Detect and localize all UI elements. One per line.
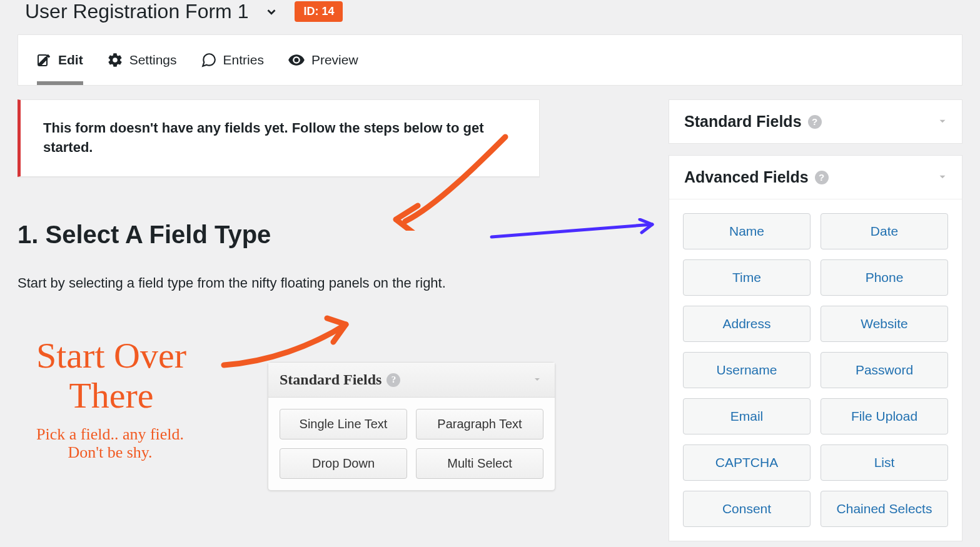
field-button-captcha[interactable]: CAPTCHA [683, 444, 811, 481]
caret-down-icon [937, 168, 948, 186]
tab-preview[interactable]: Preview [288, 51, 358, 69]
tab-entries[interactable]: Entries [201, 52, 264, 68]
tab-settings[interactable]: Settings [107, 52, 177, 68]
sample-field-button[interactable]: Single Line Text [280, 409, 407, 439]
empty-form-alert: This form doesn't have any fields yet. F… [18, 99, 540, 177]
panel-title: Standard Fields [684, 113, 802, 131]
advanced-fields-panel: Advanced Fields ? Name Date Time Phone A… [669, 155, 962, 541]
form-title: User Registration Form 1 [25, 0, 248, 23]
help-icon[interactable]: ? [808, 115, 822, 129]
standard-fields-panel: Standard Fields ? [669, 99, 962, 144]
standard-fields-header[interactable]: Standard Fields ? [669, 100, 962, 143]
svg-marker-4 [940, 176, 946, 179]
edit-icon [37, 53, 52, 68]
tab-label: Entries [223, 53, 264, 68]
field-button-chained-selects[interactable]: Chained Selects [821, 491, 948, 527]
advanced-fields-header[interactable]: Advanced Fields ? [669, 156, 962, 199]
tab-label: Edit [58, 53, 83, 68]
svg-marker-2 [535, 378, 540, 381]
preview-icon [288, 51, 305, 69]
sample-standard-fields-panel: Standard Fields ? Single Line Text Parag… [268, 362, 555, 491]
sample-field-button[interactable]: Paragraph Text [416, 409, 543, 439]
help-icon[interactable]: ? [815, 171, 829, 184]
field-button-phone[interactable]: Phone [821, 259, 948, 296]
tab-edit[interactable]: Edit [37, 53, 83, 68]
svg-marker-3 [940, 120, 946, 123]
field-button-username[interactable]: Username [683, 352, 811, 388]
annotation-start-over-there: Start Over There [36, 336, 186, 416]
annotation-line: Don't be shy. [36, 444, 184, 462]
field-button-website[interactable]: Website [821, 306, 948, 342]
help-icon[interactable]: ? [386, 373, 400, 387]
alert-text: This form doesn't have any fields yet. F… [43, 119, 517, 158]
caret-down-icon [937, 113, 948, 131]
step-heading: 1. Select A Field Type [18, 221, 656, 249]
field-button-email[interactable]: Email [683, 398, 811, 434]
entries-icon [201, 52, 217, 68]
field-button-name[interactable]: Name [683, 213, 811, 249]
annotation-line: Pick a field.. any field. [36, 426, 184, 444]
field-button-password[interactable]: Password [821, 352, 948, 388]
sample-panel-header[interactable]: Standard Fields ? [268, 363, 555, 398]
step-description: Start by selecting a field type from the… [18, 275, 656, 291]
field-button-address[interactable]: Address [683, 306, 811, 342]
form-id-badge: ID: 14 [295, 1, 343, 22]
field-button-time[interactable]: Time [683, 259, 811, 296]
form-switcher-chevron-icon[interactable] [261, 5, 282, 19]
annotation-pick-a-field: Pick a field.. any field. Don't be shy. [36, 426, 184, 461]
annotation-line: Start Over [36, 336, 186, 376]
field-button-list[interactable]: List [821, 444, 948, 481]
sample-panel-title: Standard Fields [280, 371, 381, 388]
field-button-consent[interactable]: Consent [683, 491, 811, 527]
panel-title: Advanced Fields [684, 168, 809, 186]
tabs-bar: Edit Settings Entries Preview [18, 34, 962, 86]
field-button-file-upload[interactable]: File Upload [821, 398, 948, 434]
tab-label: Preview [311, 53, 358, 68]
settings-icon [107, 52, 123, 68]
annotation-line: There [36, 376, 186, 416]
tab-label: Settings [129, 53, 177, 68]
caret-down-icon [532, 371, 542, 388]
field-button-date[interactable]: Date [821, 213, 948, 249]
sample-field-button[interactable]: Drop Down [280, 448, 407, 479]
sample-field-button[interactable]: Multi Select [416, 448, 543, 479]
